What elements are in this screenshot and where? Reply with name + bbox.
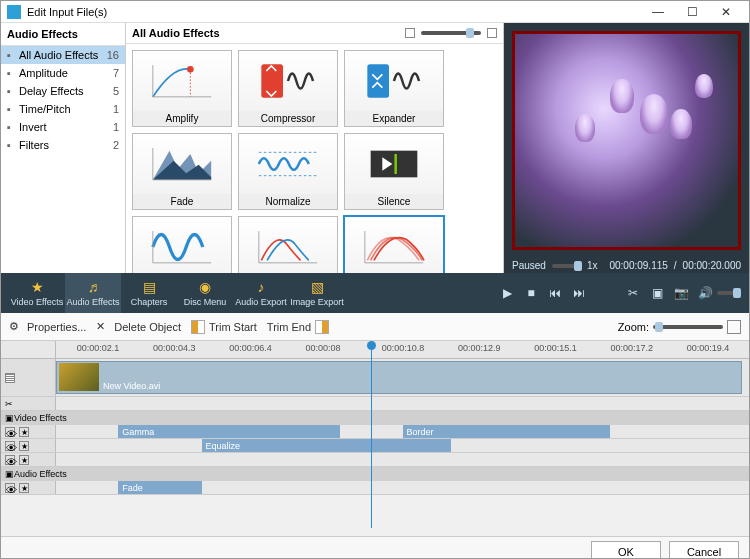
fit-icon[interactable] (727, 320, 741, 334)
maximize-button[interactable]: ☐ (675, 3, 709, 21)
ruler-mark: 00:00:12.9 (458, 343, 501, 353)
effect-card-fade[interactable]: Fade (132, 133, 232, 210)
category-row-2[interactable]: ▪Delay Effects5 (1, 82, 125, 100)
category-count: 16 (107, 49, 119, 61)
ruler-mark: 00:00:04.3 (153, 343, 196, 353)
trim-start-icon (191, 320, 205, 334)
play-button[interactable]: ▶ (495, 286, 519, 300)
effects-header: All Audio Effects (132, 27, 405, 39)
titlebar: Edit Input File(s) — ☐ ✕ (1, 1, 749, 23)
add-icon[interactable]: ★ (19, 455, 29, 465)
ruler-mark: 00:00:06.4 (229, 343, 272, 353)
effect-card-chorus[interactable]: Chorus (344, 216, 444, 273)
view-large-icon[interactable] (487, 28, 497, 38)
ribbon-tab-disc-menu[interactable]: ◉Disc Menu (177, 273, 233, 313)
audio-clip-fade[interactable]: Fade (118, 481, 201, 494)
effect-card-flanger[interactable]: Flanger (238, 216, 338, 273)
category-label: Filters (19, 139, 113, 151)
effect-card-vibrato[interactable]: Vibrato (132, 216, 232, 273)
ribbon-tab-video-effects[interactable]: ★Video Effects (9, 273, 65, 313)
add-icon[interactable]: ★ (19, 483, 29, 493)
trim-start-button[interactable]: Trim Start (191, 320, 257, 334)
speed-slider[interactable] (552, 264, 581, 268)
ribbon-tab-audio-export[interactable]: ♪Audio Export (233, 273, 289, 313)
category-count: 7 (113, 67, 119, 79)
video-track[interactable]: New Video.avi (1, 359, 749, 397)
category-row-5[interactable]: ▪Filters2 (1, 136, 125, 154)
scissors-track[interactable]: ✂ (1, 397, 749, 411)
ribbon-tab-chapters[interactable]: ▤Chapters (121, 273, 177, 313)
effect-card-compressor[interactable]: Compressor (238, 50, 338, 127)
next-button[interactable]: ⏭ (567, 286, 591, 300)
time-ruler[interactable]: 00:00:02.100:00:04.300:00:06.400:00:0800… (1, 341, 749, 359)
video-effects-header[interactable]: ▣ Video Effects (1, 411, 749, 425)
category-row-3[interactable]: ▪Time/Pitch1 (1, 100, 125, 118)
snapshot-icon[interactable]: ▣ (645, 286, 669, 300)
disc-icon: ◉ (196, 279, 214, 295)
ribbon-tab-audio-effects[interactable]: ♬Audio Effects (65, 273, 121, 313)
trim-end-button[interactable]: Trim End (267, 320, 329, 334)
zoom-slider[interactable] (653, 325, 723, 329)
thumbnail-size-slider[interactable] (421, 31, 481, 35)
view-small-icon[interactable] (405, 28, 415, 38)
playhead[interactable] (371, 341, 372, 528)
effect-label: Silence (345, 194, 443, 209)
ribbon: ★Video Effects♬Audio Effects▤Chapters◉Di… (1, 273, 749, 313)
effect-clip-equalize[interactable]: Equalize (202, 439, 451, 452)
effect-thumb (133, 217, 231, 273)
add-icon[interactable]: ★ (19, 427, 29, 437)
effect-card-silence[interactable]: Silence (344, 133, 444, 210)
volume-slider[interactable] (717, 291, 741, 295)
effect-card-amplify[interactable]: Amplify (132, 50, 232, 127)
effect-label: Normalize (239, 194, 337, 209)
effect-clip-gamma[interactable]: Gamma (118, 425, 340, 438)
time-sep: / (674, 260, 677, 271)
gear-icon: ⚙ (9, 320, 23, 334)
properties-button[interactable]: ⚙Properties... (9, 320, 86, 334)
eye-icon[interactable]: 👁 (5, 427, 15, 437)
zoom-label: Zoom: (618, 321, 649, 333)
minimize-button[interactable]: — (641, 3, 675, 21)
ribbon-tab-label: Audio Export (235, 297, 287, 307)
category-label: Invert (19, 121, 113, 133)
chapters-icon: ▤ (140, 279, 158, 295)
effect-clip-border[interactable]: Border (403, 425, 611, 438)
stop-button[interactable]: ■ (519, 286, 543, 300)
category-row-4[interactable]: ▪Invert1 (1, 118, 125, 136)
audio-effects-header[interactable]: ▣ Audio Effects (1, 467, 749, 481)
scissors-icon: ✂ (5, 399, 13, 409)
category-row-0[interactable]: ▪All Audio Effects16 (1, 46, 125, 64)
effect-card-normalize[interactable]: Normalize (238, 133, 338, 210)
video-effect-track-2[interactable]: 👁★ (1, 453, 749, 467)
video-clip[interactable]: New Video.avi (56, 361, 742, 394)
ruler-mark: 00:00:15.1 (534, 343, 577, 353)
category-count: 2 (113, 139, 119, 151)
eye-icon[interactable]: 👁 (5, 441, 15, 451)
film-icon (5, 373, 15, 383)
video-effect-track-0[interactable]: 👁★ GammaBorder (1, 425, 749, 439)
app-icon (7, 5, 21, 19)
ok-button[interactable]: OK (591, 541, 661, 560)
clip-thumbnail (59, 363, 99, 391)
effect-card-expander[interactable]: Expander (344, 50, 444, 127)
ribbon-tab-image-export[interactable]: ▧Image Export (289, 273, 345, 313)
eye-icon[interactable]: 👁 (5, 483, 15, 493)
volume-icon[interactable]: 🔊 (693, 286, 717, 300)
audio-effect-track-0[interactable]: 👁★ Fade (1, 481, 749, 495)
prev-button[interactable]: ⏮ (543, 286, 567, 300)
camera-icon[interactable]: 📷 (669, 286, 693, 300)
eye-icon[interactable]: 👁 (5, 455, 15, 465)
ruler-mark: 00:00:19.4 (687, 343, 730, 353)
cut-icon[interactable]: ✂ (621, 286, 645, 300)
ribbon-tab-label: Disc Menu (184, 297, 227, 307)
effect-thumb (345, 51, 443, 111)
trim-end-icon (315, 320, 329, 334)
delete-button[interactable]: ✕Delete Object (96, 320, 181, 334)
cancel-button[interactable]: Cancel (669, 541, 739, 560)
add-icon[interactable]: ★ (19, 441, 29, 451)
video-effect-track-1[interactable]: 👁★ Equalize (1, 439, 749, 453)
preview-area[interactable] (512, 31, 741, 250)
close-button[interactable]: ✕ (709, 3, 743, 21)
folder-icon: ▪ (7, 67, 19, 79)
category-row-1[interactable]: ▪Amplitude7 (1, 64, 125, 82)
